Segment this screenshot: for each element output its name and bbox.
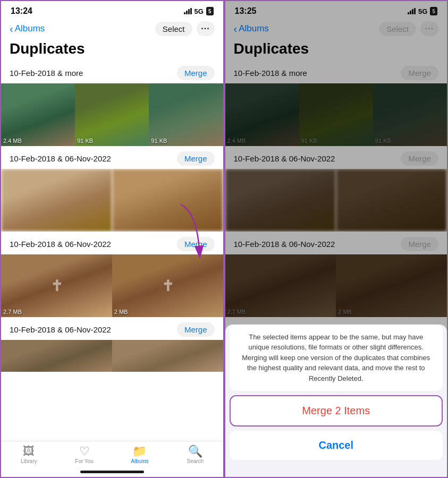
merge-button-1[interactable]: Merge [177, 66, 215, 80]
tab-library-label-left: Library [21, 458, 37, 464]
foryou-icon-left: ♡ [79, 446, 90, 457]
status-icons-left: 5G 5 [184, 7, 214, 15]
dup-group-label-1: 10-Feb-2018 & more [10, 69, 83, 78]
overlay-bg [225, 1, 447, 325]
merge-button-2[interactable]: Merge [177, 151, 215, 166]
photo-strip-1: 2.4 MB 91 KB 91 KB [1, 83, 223, 146]
action-sheet-description: The selected items appear to be the same… [230, 325, 443, 391]
back-chevron-left: ‹ [10, 23, 13, 35]
status-bar-left: 13:24 5G 5 [1, 1, 223, 19]
tab-search-label-left: Search [187, 458, 204, 464]
search-icon-left: 🔍 [188, 446, 202, 457]
dup-group-header-2: 10-Feb-2018 & 06-Nov-2022 Merge [1, 148, 223, 169]
library-icon-left: 🖼 [23, 446, 35, 457]
merge-2-items-button[interactable]: Merge 2 Items [230, 395, 443, 426]
photo-cell-1-2: 91 KB [75, 83, 149, 146]
tab-library-left[interactable]: 🖼 Library [1, 446, 56, 464]
network-label-left: 5G [195, 7, 204, 15]
cancel-button[interactable]: Cancel [230, 431, 443, 460]
tab-albums-left[interactable]: 📁 Albums [112, 446, 167, 464]
photo-cell-4-2 [112, 340, 223, 372]
dup-group-header-1: 10-Feb-2018 & more Merge [1, 63, 223, 83]
tab-foryou-label-left: For You [75, 458, 93, 464]
signal-icon-left [184, 8, 192, 14]
status-time-left: 13:24 [11, 6, 32, 16]
tab-foryou-left[interactable]: ♡ For You [56, 446, 112, 464]
photo-cell-1-1: 2.4 MB [1, 83, 75, 146]
merge-button-4[interactable]: Merge [177, 322, 215, 337]
arrow-svg [170, 202, 218, 266]
photo-cell-2-1 [1, 169, 112, 232]
dup-group-header-4: 10-Feb-2018 & 06-Nov-2022 Merge [1, 319, 223, 340]
dialog-overlay: The selected items appear to be the same… [225, 1, 447, 477]
nav-actions-left: Select ··· [155, 21, 215, 36]
tab-albums-label-left: Albums [131, 458, 148, 464]
select-button-left[interactable]: Select [155, 22, 192, 36]
right-phone-panel: 13:25 5G 5 ‹ Albums Select ··· Duplicate… [224, 0, 449, 478]
photo-cell-4-1 [1, 340, 112, 372]
left-phone-panel: 13:24 5G 5 ‹ Albums Select ··· Duplicate… [0, 0, 224, 478]
photo-strip-4 [1, 340, 223, 372]
dup-group-4: 10-Feb-2018 & 06-Nov-2022 Merge [1, 319, 223, 372]
back-button-left[interactable]: ‹ Albums [10, 23, 45, 35]
home-bar-left [80, 471, 144, 473]
scroll-area-left: 10-Feb-2018 & more Merge 2.4 MB 91 KB 91… [1, 63, 223, 441]
more-button-left[interactable]: ··· [197, 21, 215, 36]
dup-group-label-3: 10-Feb-2018 & 06-Nov-2022 [10, 240, 111, 249]
photo-cell-1-3: 91 KB [149, 83, 223, 146]
action-sheet: The selected items appear to be the same… [225, 325, 447, 469]
tab-search-left[interactable]: 🔍 Search [167, 446, 223, 464]
battery-icon-left: 5 [206, 7, 214, 15]
dup-group-label-2: 10-Feb-2018 & 06-Nov-2022 [10, 154, 111, 163]
albums-icon-left: 📁 [132, 446, 147, 457]
back-label-left: Albums [15, 23, 45, 34]
dup-group-1: 10-Feb-2018 & more Merge 2.4 MB 91 KB 91… [1, 63, 223, 146]
photo-cell-3-1: ✝ 2.7 MB [1, 254, 112, 317]
tab-bar-left: 🖼 Library ♡ For You 📁 Albums 🔍 Search [1, 441, 223, 466]
bottom-spacer [225, 468, 447, 477]
home-indicator-left [1, 466, 223, 477]
page-title-left: Duplicates [1, 40, 223, 63]
dup-group-label-4: 10-Feb-2018 & 06-Nov-2022 [10, 325, 111, 334]
nav-bar-left: ‹ Albums Select ··· [1, 19, 223, 40]
